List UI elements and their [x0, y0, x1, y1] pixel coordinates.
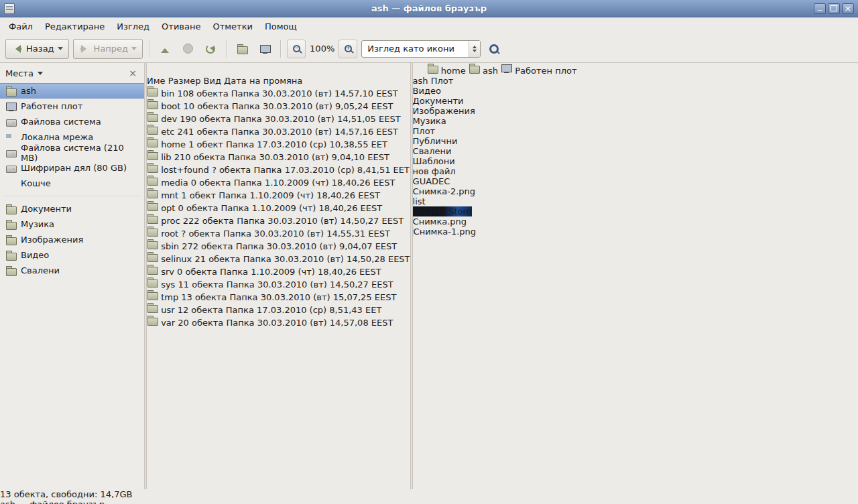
file-item-downloads[interactable]: Свалени — [413, 146, 577, 156]
file-size: 11 обекта — [178, 279, 224, 290]
breadcrumb-home[interactable]: home — [427, 66, 469, 76]
breadcrumb-desktop[interactable]: Работен плот — [501, 66, 576, 76]
notes-icon — [147, 63, 158, 74]
tab-plot[interactable]: Плот — [431, 76, 454, 86]
reload-button[interactable] — [201, 40, 220, 58]
table-row[interactable]: srv 0 обекта Папка 1.10.2009 (чт) 18,40,… — [147, 264, 410, 277]
stop-button[interactable] — [178, 40, 197, 58]
sidebar-item-label: Шифриран дял (80 GB) — [21, 163, 127, 173]
menu-item[interactable]: Отметки — [206, 19, 258, 34]
menu-item[interactable]: Помощ — [259, 19, 303, 34]
content-area: Места ash Работен плот Файлова система Л… — [0, 63, 858, 489]
file-item-video[interactable]: Видео — [413, 86, 577, 96]
table-row[interactable]: home 1 обект Папка 17.03.2010 (ср) 10,38… — [147, 137, 410, 149]
sidebar-item-label: Файлова система — [21, 117, 101, 127]
back-button[interactable]: Назад — [5, 39, 69, 59]
zoom-out-button[interactable]: − — [287, 40, 306, 58]
window-list-label[interactable]: ash — файлов браузър — [0, 499, 858, 504]
file-name: dev — [161, 114, 177, 124]
view-mode-spinner[interactable] — [469, 41, 480, 57]
pane-toggle-button[interactable] — [413, 66, 427, 76]
table-row[interactable]: dev 190 обекта Папка 30.03.2010 (вт) 14,… — [147, 111, 410, 124]
file-item-list[interactable]: list — [413, 196, 453, 206]
file-item-documents[interactable]: Документи — [413, 96, 577, 106]
table-row[interactable]: sys 11 обекта Папка 30.03.2010 (вт) 14,5… — [147, 277, 410, 290]
column-header-name[interactable]: Име — [147, 76, 168, 86]
breadcrumb-ash[interactable]: ash — [469, 66, 501, 76]
home-folder-icon — [237, 44, 248, 54]
pane-toggle-button[interactable] — [147, 66, 158, 76]
file-item-new-file[interactable]: нов файл — [413, 166, 577, 176]
file-item-music[interactable]: Музика — [413, 116, 577, 126]
file-item-plot[interactable]: Плот — [413, 126, 577, 136]
file-kind: Папка — [243, 254, 271, 264]
tab-label: ash — [413, 76, 428, 86]
table-row[interactable]: lost+found ? обекта Папка 17.03.2010 (ср… — [147, 162, 410, 175]
back-menu-chevron-icon[interactable] — [58, 47, 63, 53]
sidebar-item-filesystem[interactable]: Файлова система — [0, 114, 144, 129]
tab-ash[interactable]: ash — [413, 76, 431, 86]
sidebar-close-icon[interactable] — [127, 68, 139, 78]
folder-icon — [147, 277, 158, 288]
table-row[interactable]: boot 10 обекта Папка 30.03.2010 (вт) 9,0… — [147, 99, 410, 111]
breadcrumb-label: home — [441, 66, 466, 76]
table-row[interactable]: bin 108 обекта Папка 30.03.2010 (вт) 14,… — [147, 86, 410, 99]
table-row[interactable]: mnt 1 обект Папка 1.10.2009 (чт) 18,40,2… — [147, 188, 410, 200]
table-row[interactable]: media 0 обекта Папка 1.10.2009 (чт) 18,4… — [147, 175, 410, 188]
file-kind: Папка — [237, 216, 265, 226]
file-item-snimka2[interactable]: GUADEC Снимка-2.png — [413, 176, 479, 196]
computer-button[interactable] — [255, 40, 274, 58]
table-row[interactable]: etc 241 обекта Папка 30.03.2010 (вт) 14,… — [147, 124, 410, 137]
file-size: 0 обекта — [177, 267, 217, 277]
tree-pane-header — [147, 63, 410, 76]
menu-item[interactable]: Редактиране — [39, 19, 111, 34]
close-button[interactable] — [842, 3, 854, 14]
search-button[interactable] — [485, 40, 503, 58]
table-row[interactable]: tmp 13 обекта Папка 30.03.2010 (вт) 15,0… — [147, 290, 410, 302]
table-row[interactable]: opt 0 обекта Папка 1.10.2009 (чт) 18,40,… — [147, 200, 410, 213]
maximize-button[interactable] — [828, 3, 840, 14]
file-item-snimka1[interactable]: Снимка-1.png — [413, 227, 480, 237]
sidebar-item-documents[interactable]: Документи — [0, 201, 144, 216]
table-row[interactable]: usr 12 обекта Папка 17.03.2010 (ср) 8,51… — [147, 302, 410, 315]
icon-view-canvas[interactable]: Видео Документи Изображения Музика Плот … — [413, 86, 577, 237]
file-date: 30.03.2010 (вт) 14,55,31 EEST — [254, 229, 390, 239]
menu-item[interactable]: Отиване — [156, 19, 206, 34]
file-item-pictures[interactable]: Изображения — [413, 106, 577, 116]
sidebar-item-ash[interactable]: ash — [0, 83, 144, 99]
menu-item[interactable]: Файл — [3, 19, 39, 34]
home-button[interactable] — [233, 40, 251, 58]
file-size: ? обекта — [212, 165, 251, 175]
up-button[interactable] — [156, 40, 174, 58]
network-icon — [5, 132, 17, 143]
sidebar-item-encrypted-80gb[interactable]: Шифриран дял (80 GB) — [0, 160, 144, 176]
table-row[interactable]: sbin 272 обекта Папка 30.03.2010 (вт) 9,… — [147, 239, 410, 251]
forward-menu-chevron-icon — [131, 47, 137, 53]
sidebar-item-video[interactable]: Видео — [0, 247, 144, 263]
file-item-templates[interactable]: Шаблони — [413, 156, 577, 166]
folder-icon — [427, 63, 438, 74]
table-row[interactable]: lib 210 обекта Папка 30.03.2010 (вт) 9,0… — [147, 149, 410, 162]
sidebar-item-pictures[interactable]: Изображения — [0, 232, 144, 247]
file-item-snimka[interactable]: GNOME Store Снимка.png — [413, 206, 480, 227]
sidebar-item-music[interactable]: Музика — [0, 216, 144, 232]
table-row[interactable]: selinux 21 обекта Папка 30.03.2010 (вт) … — [147, 251, 410, 264]
column-header-kind[interactable]: Вид — [204, 76, 225, 86]
zoom-in-button[interactable]: + — [339, 40, 357, 58]
sidebar-selector-chevron-icon[interactable] — [38, 72, 43, 78]
table-row[interactable]: root ? обекта Папка 30.03.2010 (вт) 14,5… — [147, 226, 410, 239]
table-row[interactable]: proc 222 обекта Папка 30.03.2010 (вт) 14… — [147, 213, 410, 226]
sidebar-item-trash[interactable]: Кошче — [0, 176, 144, 191]
view-mode-combo[interactable]: Изглед като икони — [361, 40, 481, 58]
sidebar-item-downloads[interactable]: Свалени — [0, 263, 144, 278]
forward-button[interactable]: Напред — [73, 39, 143, 59]
table-row[interactable]: var 20 обекта Папка 30.03.2010 (вт) 14,5… — [147, 315, 410, 328]
minimize-button[interactable] — [814, 3, 826, 14]
sidebar-item-filesystem-210mb[interactable]: Файлова система (210 MB) — [0, 145, 144, 160]
file-item-public[interactable]: Публични — [413, 136, 577, 146]
file-size: 0 обекта — [191, 178, 231, 188]
sidebar-item-desktop[interactable]: Работен плот — [0, 99, 144, 114]
column-header-date[interactable]: Дата на промяна — [224, 76, 302, 86]
menu-item[interactable]: Изглед — [111, 19, 156, 34]
column-header-size[interactable]: Размер — [168, 76, 204, 86]
